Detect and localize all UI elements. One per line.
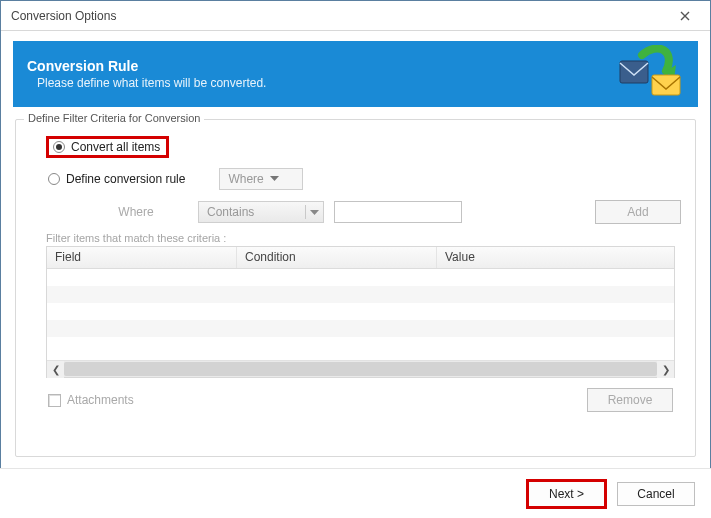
window-title: Conversion Options	[11, 9, 668, 23]
mail-convert-icon	[618, 45, 684, 101]
value-input[interactable]	[334, 201, 462, 223]
col-field[interactable]: Field	[47, 247, 237, 268]
remove-button[interactable]: Remove	[587, 388, 673, 412]
banner: Conversion Rule Please define what items…	[13, 41, 698, 107]
col-condition[interactable]: Condition	[237, 247, 437, 268]
checkbox-box	[48, 394, 61, 407]
banner-icon	[618, 45, 684, 104]
banner-title: Conversion Rule	[27, 58, 266, 74]
chevron-down-icon	[310, 210, 319, 216]
scroll-thumb[interactable]	[64, 362, 657, 376]
svg-rect-0	[620, 61, 648, 83]
scroll-left-icon[interactable]: ❮	[47, 361, 64, 378]
table-row	[47, 337, 674, 354]
svg-rect-1	[652, 75, 680, 95]
banner-subtitle: Please define what items will be convert…	[27, 76, 266, 90]
col-value[interactable]: Value	[437, 247, 674, 268]
table-row	[47, 269, 674, 286]
radio-convert-all[interactable]	[53, 141, 65, 153]
table-body	[47, 269, 674, 360]
radio-define-rule[interactable]	[48, 173, 60, 185]
contains-dropdown-value: Contains	[207, 205, 254, 219]
where-label: Where	[84, 205, 188, 219]
table-row	[47, 320, 674, 337]
scroll-right-icon[interactable]: ❯	[657, 361, 674, 378]
cancel-button[interactable]: Cancel	[617, 482, 695, 506]
title-bar: Conversion Options	[1, 1, 710, 31]
criteria-table: Field Condition Value ❮ ❯	[46, 246, 675, 378]
criteria-hint: Filter items that match these criteria :	[30, 232, 681, 244]
group-legend: Define Filter Criteria for Conversion	[24, 112, 204, 124]
attachments-label: Attachments	[67, 393, 134, 407]
radio-convert-all-label: Convert all items	[71, 140, 160, 154]
attachments-checkbox[interactable]: Attachments	[48, 393, 134, 407]
horizontal-scrollbar[interactable]: ❮ ❯	[47, 360, 674, 377]
chevron-down-icon	[270, 176, 279, 182]
add-button[interactable]: Add	[595, 200, 681, 224]
contains-dropdown[interactable]: Contains	[198, 201, 324, 223]
table-row	[47, 303, 674, 320]
table-row	[47, 286, 674, 303]
where-dropdown-value: Where	[228, 172, 263, 186]
where-dropdown[interactable]: Where	[219, 168, 303, 190]
close-icon	[680, 11, 690, 21]
radio-define-rule-label: Define conversion rule	[66, 172, 185, 186]
next-button[interactable]: Next >	[526, 479, 607, 509]
convert-all-highlight: Convert all items	[46, 136, 169, 158]
close-button[interactable]	[668, 6, 702, 26]
footer: Next > Cancel	[0, 468, 711, 518]
table-header: Field Condition Value	[47, 247, 674, 269]
scroll-track[interactable]	[64, 361, 657, 377]
filter-criteria-group: Define Filter Criteria for Conversion Co…	[15, 119, 696, 457]
